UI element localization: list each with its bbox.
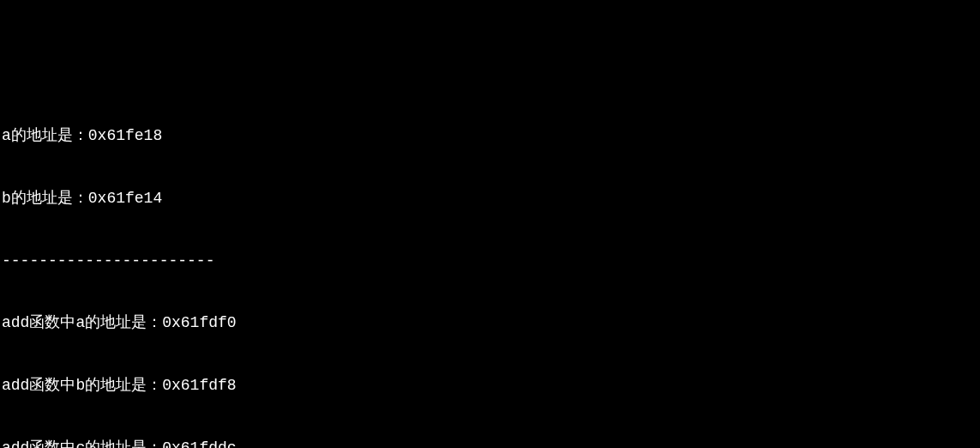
output-line: add函数中b的地址是：0x61fdf8 — [2, 375, 978, 396]
terminal-window[interactable]: a的地址是：0x61fe18 b的地址是：0x61fe14 ----------… — [0, 83, 980, 448]
output-line: add函数中a的地址是：0x61fdf0 — [2, 312, 978, 333]
output-line: a的地址是：0x61fe18 — [2, 125, 978, 146]
output-line: b的地址是：0x61fe14 — [2, 188, 978, 209]
output-line: add函数中c的地址是：0x61fddc — [2, 438, 978, 448]
separator-line: ----------------------- — [2, 251, 978, 271]
